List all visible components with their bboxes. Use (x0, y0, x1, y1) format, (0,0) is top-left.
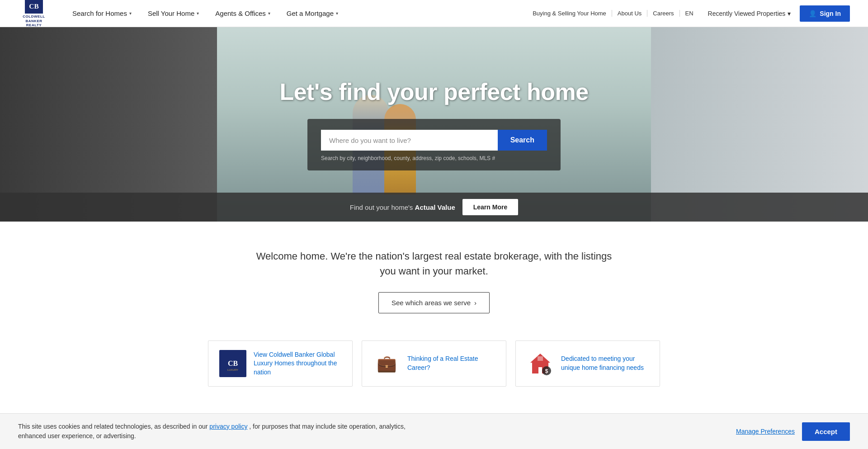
actual-value-text: Find out your home's Actual Value (350, 203, 455, 211)
learn-more-button[interactable]: Learn More (462, 199, 518, 215)
svg-text:CB: CB (29, 2, 38, 10)
card-financing-icon: $ (527, 350, 554, 377)
top-bar-left: CB COLDWELL BANKER REALTY Search for Hom… (18, 0, 346, 27)
search-homes-chevron: ▾ (129, 11, 132, 16)
recently-viewed-label: Recently Viewed Properties (708, 10, 786, 17)
cookie-banner: This site uses cookies and related techn… (0, 413, 868, 414)
svg-rect-6 (538, 356, 543, 361)
nav-agents-offices[interactable]: Agents & Offices ▾ (207, 0, 278, 27)
card-luxury[interactable]: CB LUXURY View Coldwell Banker Global Lu… (208, 340, 353, 387)
logo-text: COLDWELL BANKER REALTY (23, 14, 45, 28)
areas-button-arrow: › (474, 299, 476, 307)
actual-value-bar: Find out your home's Actual Value Learn … (0, 193, 868, 222)
actual-value-bold: Actual Value (415, 203, 455, 211)
nav-sell-home[interactable]: Sell Your Home ▾ (140, 0, 207, 27)
recently-viewed[interactable]: Recently Viewed Properties ▾ (708, 10, 791, 17)
logo-area[interactable]: CB COLDWELL BANKER REALTY (18, 0, 50, 27)
buying-selling-link[interactable]: Buying & Selling Your Home (527, 10, 612, 17)
get-mortgage-chevron: ▾ (336, 11, 338, 16)
top-bar: CB COLDWELL BANKER REALTY Search for Hom… (0, 0, 868, 27)
welcome-text: Welcome home. We're the nation's largest… (253, 249, 615, 279)
card-career-text: Thinking of a Real Estate Career? (407, 354, 495, 372)
svg-text:$: $ (545, 368, 548, 374)
search-button-label: Search (510, 136, 534, 144)
hero-section: Let's find your perfect home Search Sear… (0, 27, 868, 222)
nav-search-homes[interactable]: Search for Homes ▾ (64, 0, 140, 27)
welcome-section: Welcome home. We're the nation's largest… (0, 222, 868, 322)
card-career-icon: 💼 (373, 350, 400, 377)
card-luxury-icon: CB LUXURY (219, 350, 246, 377)
main-nav: Search for Homes ▾ Sell Your Home ▾ Agen… (64, 0, 346, 27)
areas-button-label: See which areas we serve (392, 299, 471, 307)
hero-title: Let's find your perfect home (279, 78, 588, 105)
sell-home-chevron: ▾ (197, 11, 199, 16)
recently-viewed-chevron: ▾ (788, 10, 791, 17)
briefcase-icon: 💼 (377, 354, 397, 373)
about-us-link[interactable]: About Us (612, 10, 647, 17)
logo-icon: CB (25, 0, 43, 14)
nav-get-mortgage[interactable]: Get a Mortgage ▾ (278, 0, 346, 27)
svg-text:CB: CB (228, 359, 238, 367)
search-row: Search (321, 130, 547, 151)
search-box-container: Search Search by city, neighborhood, cou… (307, 119, 561, 170)
logo-box: CB COLDWELL BANKER REALTY (18, 0, 50, 27)
search-button[interactable]: Search (498, 130, 547, 151)
sign-in-button[interactable]: 👤 Sign In (800, 5, 850, 22)
hero-content: Let's find your perfect home Search Sear… (0, 78, 868, 170)
cb-luxury-logo: CB LUXURY (219, 350, 246, 377)
careers-link[interactable]: Careers (647, 10, 679, 17)
agents-offices-chevron: ▾ (268, 11, 270, 16)
search-hint: Search by city, neighborhood, county, ad… (321, 155, 547, 161)
card-career[interactable]: 💼 Thinking of a Real Estate Career? (362, 340, 506, 387)
utility-links: Buying & Selling Your Home About Us Care… (527, 10, 698, 17)
card-financing[interactable]: $ Dedicated to meeting your unique home … (515, 340, 660, 387)
learn-more-label: Learn More (473, 203, 507, 211)
language-link[interactable]: EN (680, 10, 699, 17)
svg-text:LUXURY: LUXURY (227, 369, 238, 371)
sign-in-label: Sign In (820, 10, 841, 17)
sign-in-icon: 👤 (809, 10, 816, 17)
areas-button[interactable]: See which areas we serve › (378, 292, 490, 313)
top-bar-right: Buying & Selling Your Home About Us Care… (527, 5, 850, 22)
card-luxury-text: View Coldwell Banker Global Luxury Homes… (254, 350, 341, 377)
cards-section: CB LUXURY View Coldwell Banker Global Lu… (185, 322, 683, 414)
search-input[interactable] (321, 130, 498, 151)
card-financing-text: Dedicated to meeting your unique home fi… (561, 354, 649, 372)
